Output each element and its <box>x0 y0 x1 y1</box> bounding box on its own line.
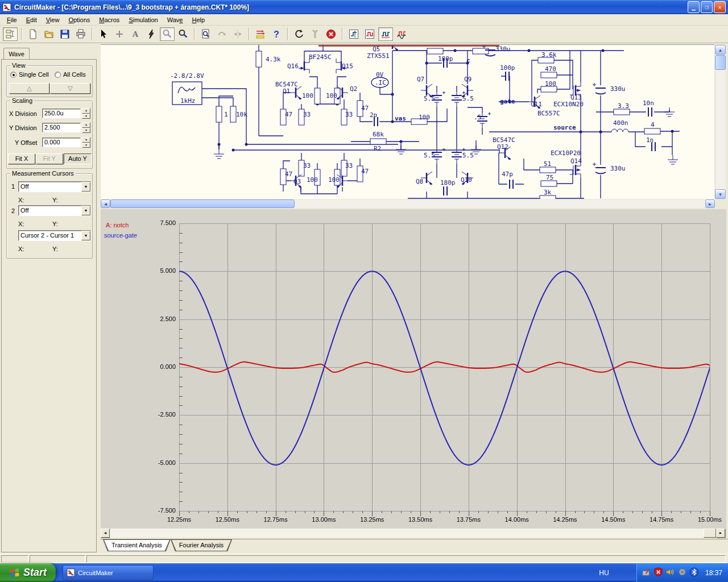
component-label: 4.3k <box>266 56 281 63</box>
cursor-diff-combobox[interactable]: Cursor 2 - Cursor 1 <box>18 230 91 241</box>
close-button[interactable]: ✕ <box>714 1 726 13</box>
schematic-scroll-right-button[interactable] <box>705 199 715 208</box>
new-document-button[interactable] <box>26 27 40 41</box>
fit-y-button[interactable]: Fit Y <box>36 153 63 164</box>
radio-all-cells[interactable]: All Cells <box>55 71 86 78</box>
wire-plus-button[interactable] <box>112 27 127 41</box>
schematic-vscroll-thumb[interactable] <box>715 55 726 70</box>
start-button[interactable]: Start <box>0 563 56 582</box>
menu-macros[interactable]: Macros <box>94 15 124 24</box>
menu-edit[interactable]: Edit <box>22 15 42 24</box>
scope-mixed-button[interactable] <box>394 27 409 41</box>
wave-hscroll-track[interactable] <box>110 529 716 538</box>
menu-simulation[interactable]: Simulation <box>124 15 162 24</box>
component-label: 100 <box>328 176 340 184</box>
mirror-button[interactable] <box>230 27 245 41</box>
component-label: 100 <box>419 114 430 121</box>
x-division-spinner[interactable] <box>82 108 90 119</box>
component-label: 47 <box>361 168 369 175</box>
text-tool-button[interactable]: A <box>128 27 143 41</box>
language-indicator[interactable]: HU <box>592 563 617 582</box>
app-icon <box>2 3 11 12</box>
zoom-page-button[interactable] <box>198 27 213 41</box>
y-offset-field[interactable]: 0.000 <box>42 138 81 147</box>
component-label: 5.5 <box>462 152 474 159</box>
waveform-pane: A: notchsource-gate 12.25ms12.50ms12.75m… <box>101 209 726 538</box>
help-button[interactable]: ? <box>269 27 284 41</box>
cursor2-y-label: Y: <box>52 221 58 227</box>
wave-scroll-left-button[interactable] <box>101 529 110 538</box>
tab-wave[interactable]: Wave <box>3 48 30 60</box>
reset-loop-button[interactable] <box>292 27 307 41</box>
schematic-vscroll-track[interactable] <box>715 55 726 189</box>
cursor2-combobox[interactable]: Off <box>18 205 91 216</box>
scope-square-button[interactable] <box>362 27 377 41</box>
parts-browser-button[interactable] <box>3 27 18 41</box>
component-label: 100 <box>545 80 556 88</box>
scope-multi-button[interactable] <box>378 27 393 41</box>
cursor-diff-y-label: Y: <box>52 246 58 252</box>
tab-transient-analysis[interactable]: Transient Analysis <box>103 539 171 551</box>
restore-button[interactable]: ❐ <box>701 1 713 13</box>
schematic-scroll-down-button[interactable] <box>715 189 726 199</box>
rotate-button[interactable] <box>214 27 229 41</box>
cursor1-combobox[interactable]: Off <box>18 181 91 192</box>
scope-step-button[interactable] <box>346 27 361 41</box>
dropdown-arrow-icon[interactable] <box>81 182 90 192</box>
zoom-magnifier-button[interactable] <box>176 27 191 41</box>
print-button[interactable] <box>73 27 88 41</box>
x-tick-label: 14.00ms <box>499 516 535 523</box>
title-bar[interactable]: CircuitMaker - [C:\Program Files\...\9_3… <box>0 0 728 14</box>
legend-blue: source-gate <box>104 232 137 239</box>
save-file-button[interactable] <box>57 27 72 41</box>
cell-down-button[interactable]: ▽ <box>50 83 90 94</box>
open-file-button[interactable] <box>42 27 56 41</box>
menu-wave[interactable]: Wave <box>163 15 188 24</box>
circuit-schematic: -2.8/2.8V1kHz110k4.3kQ16BF245CQ15BC547CQ… <box>101 45 714 199</box>
device-icon[interactable] <box>677 567 687 578</box>
tab-fourier-analysis[interactable]: Fourier Analysis <box>171 539 232 551</box>
y-offset-spinner[interactable] <box>82 137 90 148</box>
taskbar-task-circuitmaker[interactable]: CircuitMaker <box>63 565 154 580</box>
waveform-plot[interactable] <box>101 209 726 529</box>
y-division-spinner[interactable] <box>82 122 90 133</box>
toolbar-separator <box>287 28 288 40</box>
schematic-scroll-left-button[interactable] <box>101 199 110 208</box>
toolbar-separator <box>92 28 93 40</box>
wave-scroll-right-button[interactable] <box>716 529 725 538</box>
cursor-diff-x-label: X: <box>18 246 24 252</box>
menu-file[interactable]: File <box>2 15 22 24</box>
menu-view[interactable]: View <box>42 15 64 24</box>
cell-up-button[interactable]: △ <box>9 83 49 94</box>
radio-dot <box>10 72 16 78</box>
taskbar-clock[interactable]: 18:37 <box>705 569 722 577</box>
schematic-hscroll-thumb[interactable] <box>110 199 295 208</box>
legend-red: A: notch <box>106 222 129 228</box>
cursor1-x-label: X: <box>18 197 24 203</box>
component-label: 51 <box>544 160 551 168</box>
minimize-button[interactable]: ▁ <box>688 1 700 13</box>
stop-simulation-button[interactable] <box>324 27 338 41</box>
menu-options[interactable]: Options <box>64 15 94 24</box>
auto-y-button[interactable]: Auto Y <box>64 153 92 164</box>
dropdown-arrow-icon[interactable] <box>81 231 90 240</box>
bluetooth-icon[interactable] <box>689 567 699 578</box>
delete-lightning-button[interactable] <box>144 27 159 41</box>
security-shield-icon[interactable] <box>653 567 663 578</box>
volume-icon[interactable] <box>665 567 675 578</box>
select-arrow-button[interactable] <box>96 27 111 41</box>
y-division-field[interactable]: 2.500 <box>42 123 81 132</box>
schematic-canvas[interactable]: -2.8/2.8V1kHz110k4.3kQ16BF245CQ15BC547CQ… <box>101 44 714 199</box>
single-step-button[interactable] <box>308 27 322 41</box>
radio-single-cell[interactable]: Single Cell <box>10 71 49 78</box>
tablet-icon[interactable] <box>642 567 651 578</box>
mixed-mode-button[interactable] <box>253 27 268 41</box>
menu-help[interactable]: Help <box>187 15 209 24</box>
fit-x-button[interactable]: Fit X <box>8 153 35 164</box>
component-label: Q9 <box>464 76 471 83</box>
x-division-field[interactable]: 250.0u <box>42 109 81 118</box>
wave-hscroll-thumb[interactable] <box>704 529 716 538</box>
dropdown-arrow-icon[interactable] <box>81 206 90 215</box>
schematic-scroll-up-button[interactable] <box>715 45 726 55</box>
probe-tool-button[interactable] <box>160 27 175 41</box>
